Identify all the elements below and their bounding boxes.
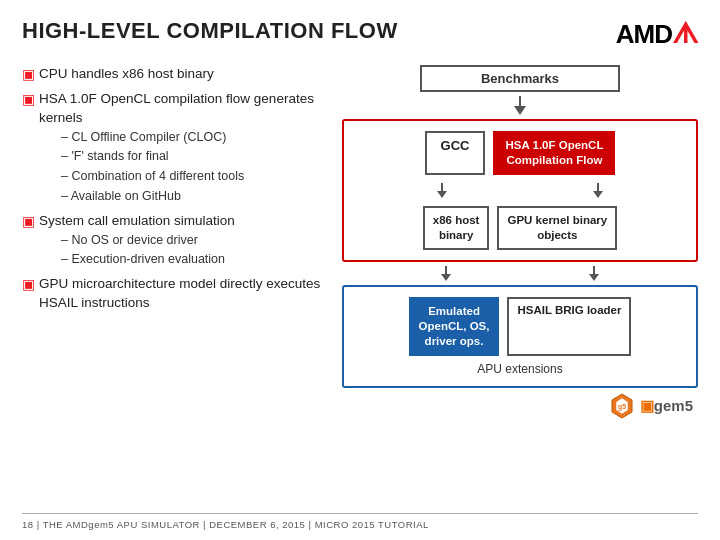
benchmarks-box: Benchmarks <box>420 65 620 92</box>
apu-ext: APU extensions <box>354 362 686 376</box>
bullet-icon-2: ▣ <box>22 91 35 107</box>
sub-item-3-2: Execution-driven evaluation <box>61 250 235 269</box>
bullet-4: ▣ GPU microarchitecture model directly e… <box>22 275 332 313</box>
gem5-logo: g5 ▣gem5 <box>608 392 693 420</box>
inner-arrows <box>354 183 686 198</box>
between-section-arrows <box>342 266 698 281</box>
svg-text:g5: g5 <box>618 403 626 411</box>
bullet-icon-4: ▣ <box>22 276 35 292</box>
gpu-box: GPU kernel binaryobjects <box>497 206 617 250</box>
benchmarks-row: Benchmarks <box>342 65 698 92</box>
arrow-from-benchmarks <box>342 96 698 115</box>
main-content: ▣ CPU handles x86 host binary ▣ HSA 1.0F… <box>22 65 698 513</box>
hsa-label: HSA 1.0F OpenCLCompilation Flow <box>505 139 603 166</box>
diagram-wrapper: Benchmarks GCC HSA 1.0F OpenCLCompilatio… <box>342 65 698 420</box>
gem5-text: ▣gem5 <box>640 397 693 415</box>
gem5-icon: g5 <box>608 392 636 420</box>
gcc-box: GCC <box>425 131 486 175</box>
bullet-icon-3: ▣ <box>22 213 35 229</box>
amd-logo-text: AMD <box>616 19 672 50</box>
sub-item-2-1: CL Offline Compiler (CLOC) <box>61 128 332 147</box>
x86-box: x86 hostbinary <box>423 206 490 250</box>
right-panel: Benchmarks GCC HSA 1.0F OpenCLCompilatio… <box>342 65 698 513</box>
emu-row: EmulatedOpenCL, OS,driver ops. HSAIL BRI… <box>354 297 686 356</box>
output-row: x86 hostbinary GPU kernel binaryobjects <box>354 206 686 250</box>
bullet-text-4: GPU microarchitecture model directly exe… <box>39 275 332 313</box>
sub-items-3: No OS or device driver Execution-driven … <box>61 231 235 270</box>
page-title: HIGH-LEVEL COMPILATION FLOW <box>22 18 398 44</box>
amd-logo: AMDᗑ <box>616 18 698 51</box>
x86-label: x86 hostbinary <box>433 214 480 241</box>
emulation-section: EmulatedOpenCL, OS,driver ops. HSAIL BRI… <box>342 285 698 388</box>
gem5-area: g5 ▣gem5 <box>342 392 698 420</box>
bullet-3: ▣ System call emulation simulation No OS… <box>22 212 332 269</box>
compilation-section: GCC HSA 1.0F OpenCLCompilation Flow <box>342 119 698 262</box>
left-panel: ▣ CPU handles x86 host binary ▣ HSA 1.0F… <box>22 65 332 513</box>
hsail-box: HSAIL BRIG loader <box>507 297 631 356</box>
comp-row-top: GCC HSA 1.0F OpenCLCompilation Flow <box>354 131 686 175</box>
page: HIGH-LEVEL COMPILATION FLOW AMDᗑ ▣ CPU h… <box>0 0 720 540</box>
bullet-icon-1: ▣ <box>22 66 35 82</box>
sub-items-2: CL Offline Compiler (CLOC) 'F' stands fo… <box>61 128 332 206</box>
bullet-text-1: CPU handles x86 host binary <box>39 65 214 84</box>
bullet-1: ▣ CPU handles x86 host binary <box>22 65 332 84</box>
header: HIGH-LEVEL COMPILATION FLOW AMDᗑ <box>22 18 698 51</box>
gpu-label: GPU kernel binaryobjects <box>507 214 607 241</box>
sub-item-2-3: Combination of 4 different tools <box>61 167 332 186</box>
bullet-2: ▣ HSA 1.0F OpenCL compilation flow gener… <box>22 90 332 206</box>
footer: 18 | THE AMDgem5 APU SIMULATOR | DECEMBE… <box>22 513 698 530</box>
sub-item-3-1: No OS or device driver <box>61 231 235 250</box>
amd-logo-arrow: ᗑ <box>672 18 698 51</box>
sub-item-2-2: 'F' stands for final <box>61 147 332 166</box>
bullet-text-3: System call emulation simulation <box>39 213 235 228</box>
emulated-box: EmulatedOpenCL, OS,driver ops. <box>409 297 500 356</box>
bullet-text-2: HSA 1.0F OpenCL compilation flow generat… <box>39 91 314 125</box>
sub-item-2-4: Available on GitHub <box>61 187 332 206</box>
emulated-label: EmulatedOpenCL, OS,driver ops. <box>419 305 490 347</box>
hsa-box: HSA 1.0F OpenCLCompilation Flow <box>493 131 615 175</box>
